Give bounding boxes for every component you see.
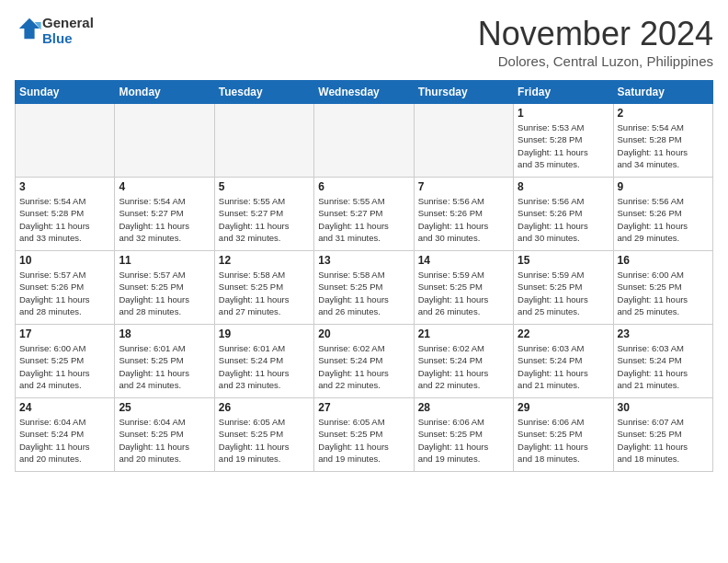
day-info: Sunrise: 5:58 AM Sunset: 5:25 PM Dayligh… — [318, 269, 409, 317]
day-number: 13 — [318, 254, 409, 267]
col-header-sunday: Sunday — [16, 81, 115, 104]
day-info: Sunrise: 5:56 AM Sunset: 5:26 PM Dayligh… — [618, 195, 709, 244]
calendar-cell: 11Sunrise: 5:57 AM Sunset: 5:25 PM Dayli… — [115, 251, 214, 325]
calendar-cell: 13Sunrise: 5:58 AM Sunset: 5:25 PM Dayli… — [314, 251, 414, 325]
day-number: 16 — [618, 254, 709, 267]
calendar-week-1: 1Sunrise: 5:53 AM Sunset: 5:28 PM Daylig… — [16, 104, 713, 178]
day-number: 11 — [119, 254, 210, 267]
day-number: 6 — [318, 180, 409, 193]
calendar-cell: 18Sunrise: 6:01 AM Sunset: 5:25 PM Dayli… — [115, 325, 214, 398]
day-number: 24 — [19, 401, 110, 414]
calendar-cell: 24Sunrise: 6:04 AM Sunset: 5:24 PM Dayli… — [16, 398, 115, 472]
calendar-cell: 23Sunrise: 6:03 AM Sunset: 5:24 PM Dayli… — [613, 325, 712, 398]
calendar-week-4: 17Sunrise: 6:00 AM Sunset: 5:25 PM Dayli… — [16, 325, 713, 398]
day-number: 25 — [119, 401, 210, 414]
day-info: Sunrise: 6:01 AM Sunset: 5:25 PM Dayligh… — [119, 342, 210, 391]
day-number: 5 — [219, 180, 310, 193]
calendar-cell: 14Sunrise: 5:59 AM Sunset: 5:25 PM Dayli… — [414, 251, 513, 325]
calendar-cell: 27Sunrise: 6:05 AM Sunset: 5:25 PM Dayli… — [314, 398, 414, 472]
calendar-cell — [16, 104, 115, 178]
day-info: Sunrise: 5:54 AM Sunset: 5:27 PM Dayligh… — [119, 195, 210, 244]
day-number: 20 — [318, 327, 409, 340]
day-info: Sunrise: 5:56 AM Sunset: 5:26 PM Dayligh… — [518, 195, 609, 244]
day-info: Sunrise: 5:54 AM Sunset: 5:28 PM Dayligh… — [618, 121, 709, 170]
col-header-tuesday: Tuesday — [214, 81, 313, 104]
calendar-week-2: 3Sunrise: 5:54 AM Sunset: 5:28 PM Daylig… — [16, 178, 713, 251]
calendar-cell: 30Sunrise: 6:07 AM Sunset: 5:25 PM Dayli… — [613, 398, 712, 472]
day-info: Sunrise: 5:57 AM Sunset: 5:26 PM Dayligh… — [19, 269, 110, 317]
calendar-cell: 3Sunrise: 5:54 AM Sunset: 5:28 PM Daylig… — [16, 178, 115, 251]
day-number: 21 — [418, 327, 509, 340]
day-info: Sunrise: 6:05 AM Sunset: 5:25 PM Dayligh… — [219, 416, 310, 465]
calendar-cell — [115, 104, 214, 178]
day-info: Sunrise: 6:02 AM Sunset: 5:24 PM Dayligh… — [418, 342, 509, 391]
col-header-friday: Friday — [514, 81, 613, 104]
day-info: Sunrise: 5:54 AM Sunset: 5:28 PM Dayligh… — [19, 195, 110, 244]
day-number: 17 — [19, 327, 110, 340]
calendar-cell — [214, 104, 313, 178]
day-number: 23 — [618, 327, 709, 340]
col-header-saturday: Saturday — [613, 81, 712, 104]
day-number: 10 — [19, 254, 110, 267]
day-info: Sunrise: 6:04 AM Sunset: 5:25 PM Dayligh… — [119, 416, 210, 465]
calendar-cell: 12Sunrise: 5:58 AM Sunset: 5:25 PM Dayli… — [214, 251, 313, 325]
day-info: Sunrise: 5:55 AM Sunset: 5:27 PM Dayligh… — [318, 195, 409, 244]
day-info: Sunrise: 5:53 AM Sunset: 5:28 PM Dayligh… — [518, 121, 609, 170]
day-info: Sunrise: 5:58 AM Sunset: 5:25 PM Dayligh… — [219, 269, 310, 317]
day-number: 22 — [518, 327, 609, 340]
day-info: Sunrise: 6:04 AM Sunset: 5:24 PM Dayligh… — [19, 416, 110, 465]
day-info: Sunrise: 6:06 AM Sunset: 5:25 PM Dayligh… — [518, 416, 609, 465]
calendar-cell: 9Sunrise: 5:56 AM Sunset: 5:26 PM Daylig… — [613, 178, 712, 251]
calendar-cell: 10Sunrise: 5:57 AM Sunset: 5:26 PM Dayli… — [16, 251, 115, 325]
day-info: Sunrise: 6:03 AM Sunset: 5:24 PM Dayligh… — [518, 342, 609, 391]
day-number: 2 — [618, 107, 709, 120]
day-number: 14 — [418, 254, 509, 267]
calendar-cell: 17Sunrise: 6:00 AM Sunset: 5:25 PM Dayli… — [16, 325, 115, 398]
col-header-thursday: Thursday — [414, 81, 513, 104]
day-number: 1 — [518, 107, 609, 120]
col-header-wednesday: Wednesday — [314, 81, 414, 104]
calendar-cell: 1Sunrise: 5:53 AM Sunset: 5:28 PM Daylig… — [514, 104, 613, 178]
day-info: Sunrise: 6:06 AM Sunset: 5:25 PM Dayligh… — [418, 416, 509, 465]
calendar-cell: 25Sunrise: 6:04 AM Sunset: 5:25 PM Dayli… — [115, 398, 214, 472]
title-block: November 2024 Dolores, Central Luzon, Ph… — [478, 15, 713, 69]
calendar-cell: 5Sunrise: 5:55 AM Sunset: 5:27 PM Daylig… — [214, 178, 313, 251]
month-title: November 2024 — [478, 15, 713, 53]
svg-marker-0 — [19, 18, 40, 39]
calendar-cell: 6Sunrise: 5:55 AM Sunset: 5:27 PM Daylig… — [314, 178, 414, 251]
calendar-cell: 7Sunrise: 5:56 AM Sunset: 5:26 PM Daylig… — [414, 178, 513, 251]
calendar-table: SundayMondayTuesdayWednesdayThursdayFrid… — [15, 80, 713, 472]
day-info: Sunrise: 6:07 AM Sunset: 5:25 PM Dayligh… — [618, 416, 709, 465]
calendar-header-row: SundayMondayTuesdayWednesdayThursdayFrid… — [16, 81, 713, 104]
calendar-cell: 29Sunrise: 6:06 AM Sunset: 5:25 PM Dayli… — [514, 398, 613, 472]
calendar-week-3: 10Sunrise: 5:57 AM Sunset: 5:26 PM Dayli… — [16, 251, 713, 325]
day-number: 4 — [119, 180, 210, 193]
logo-icon — [17, 16, 42, 41]
day-info: Sunrise: 6:00 AM Sunset: 5:25 PM Dayligh… — [19, 342, 110, 391]
day-info: Sunrise: 6:03 AM Sunset: 5:24 PM Dayligh… — [618, 342, 709, 391]
calendar-cell — [314, 104, 414, 178]
day-number: 29 — [518, 401, 609, 414]
day-number: 9 — [618, 180, 709, 193]
day-number: 15 — [518, 254, 609, 267]
day-info: Sunrise: 6:05 AM Sunset: 5:25 PM Dayligh… — [318, 416, 409, 465]
calendar-cell: 15Sunrise: 5:59 AM Sunset: 5:25 PM Dayli… — [514, 251, 613, 325]
day-number: 19 — [219, 327, 310, 340]
calendar-cell: 2Sunrise: 5:54 AM Sunset: 5:28 PM Daylig… — [613, 104, 712, 178]
day-number: 12 — [219, 254, 310, 267]
calendar-cell: 4Sunrise: 5:54 AM Sunset: 5:27 PM Daylig… — [115, 178, 214, 251]
day-info: Sunrise: 5:56 AM Sunset: 5:26 PM Dayligh… — [418, 195, 509, 244]
day-number: 8 — [518, 180, 609, 193]
day-number: 26 — [219, 401, 310, 414]
col-header-monday: Monday — [115, 81, 214, 104]
calendar-cell — [414, 104, 513, 178]
day-info: Sunrise: 6:01 AM Sunset: 5:24 PM Dayligh… — [219, 342, 310, 391]
calendar-cell: 19Sunrise: 6:01 AM Sunset: 5:24 PM Dayli… — [214, 325, 313, 398]
location: Dolores, Central Luzon, Philippines — [478, 53, 713, 69]
logo-line2: Blue — [42, 30, 94, 46]
day-info: Sunrise: 5:55 AM Sunset: 5:27 PM Dayligh… — [219, 195, 310, 244]
day-info: Sunrise: 5:57 AM Sunset: 5:25 PM Dayligh… — [119, 269, 210, 317]
calendar-cell: 28Sunrise: 6:06 AM Sunset: 5:25 PM Dayli… — [414, 398, 513, 472]
day-number: 7 — [418, 180, 509, 193]
calendar-week-5: 24Sunrise: 6:04 AM Sunset: 5:24 PM Dayli… — [16, 398, 713, 472]
